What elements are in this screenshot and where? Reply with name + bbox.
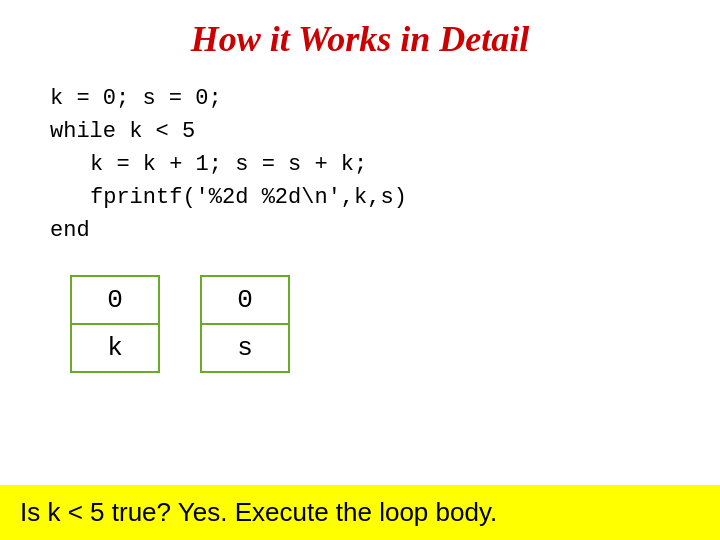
code-line-3: k = k + 1; s = s + k; xyxy=(90,148,670,181)
code-line-2: while k < 5 xyxy=(50,115,670,148)
var-s-label: s xyxy=(202,325,288,371)
code-line-5: end xyxy=(50,214,670,247)
var-s-value: 0 xyxy=(202,277,288,325)
var-k-value: 0 xyxy=(72,277,158,325)
bottom-bar: Is k < 5 true? Yes. Execute the loop bod… xyxy=(0,485,720,540)
page-title: How it Works in Detail xyxy=(0,0,720,72)
bottom-text: Is k < 5 true? Yes. Execute the loop bod… xyxy=(20,497,497,527)
code-block: k = 0; s = 0; while k < 5 k = k + 1; s =… xyxy=(0,72,720,247)
var-s-box: 0 s xyxy=(200,275,290,373)
var-k-box: 0 k xyxy=(70,275,160,373)
code-line-1: k = 0; s = 0; xyxy=(50,82,670,115)
code-line-4: fprintf('%2d %2d\n',k,s) xyxy=(90,181,670,214)
page-container: How it Works in Detail k = 0; s = 0; whi… xyxy=(0,0,720,540)
var-k-label: k xyxy=(72,325,158,371)
variables-section: 0 k 0 s xyxy=(0,247,720,383)
